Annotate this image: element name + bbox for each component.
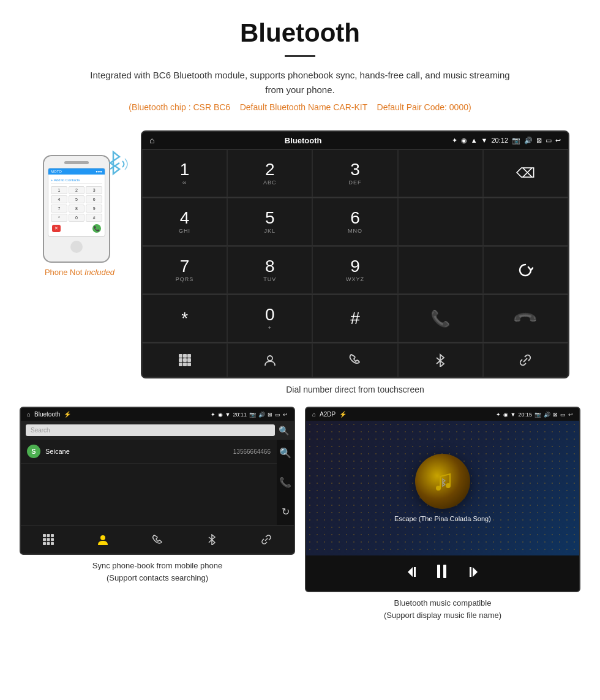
svg-rect-27 (470, 567, 471, 577)
dial-key-backspace[interactable]: ⌫ (483, 149, 568, 197)
phone-key-star[interactable]: * (51, 214, 67, 222)
dial-keypad-row2: 4 GHI 5 JKL 6 MNO (142, 197, 568, 246)
pb-empty-space (21, 464, 277, 525)
phone-key-8[interactable]: 8 (69, 205, 85, 213)
dial-status-bar: ⌂ Bluetooth ✦ ◉ ▲ ▼ 20:12 📷 🔊 ⊠ ▭ ↩ (142, 132, 568, 149)
spec-chip: Bluetooth chip : CSR BC6 (132, 102, 230, 112)
phone-key-hash[interactable]: # (86, 214, 102, 222)
phone-key-4[interactable]: 4 (51, 195, 67, 203)
pb-search-icon[interactable]: 🔍 (279, 426, 289, 435)
dial-key-call-green[interactable]: 📞 (398, 295, 483, 342)
pb-search-input[interactable]: Search (26, 424, 275, 436)
dial-key-empty-1 (398, 149, 483, 197)
svg-point-21 (446, 483, 451, 488)
dial-key-0[interactable]: 0 + (227, 295, 312, 342)
svg-rect-7 (183, 363, 187, 366)
dial-keypad-row1: 1 ∞ 2 ABC 3 DEF ⌫ (142, 149, 568, 197)
pb-search-bar: Search 🔍 (21, 421, 294, 440)
music-time: 20:15 (518, 412, 532, 418)
phone-key-1[interactable]: 1 (51, 186, 67, 194)
music-prev-button[interactable] (406, 565, 419, 582)
dial-key-7[interactable]: 7 PQRS (142, 246, 227, 294)
phone-mockup: MOTO ●●● + Add to Contacts 1 2 3 4 5 6 7… (43, 155, 116, 263)
svg-rect-17 (47, 542, 50, 545)
dial-screen-container: ⌂ Bluetooth ✦ ◉ ▲ ▼ 20:12 📷 🔊 ⊠ ▭ ↩ (141, 130, 569, 394)
phone-screen-header: MOTO ●●● (48, 168, 105, 175)
music-play-button[interactable] (434, 563, 451, 584)
dial-grid-icon[interactable] (142, 343, 227, 377)
dial-bottom-bar (142, 342, 568, 377)
phone-key-6[interactable]: 6 (86, 195, 102, 203)
spec-code: Default Pair Code: 0000 (377, 102, 468, 112)
page-title: Bluetooth (12, 18, 588, 48)
dial-key-6[interactable]: 6 MNO (312, 198, 397, 246)
music-next-button[interactable] (466, 565, 479, 582)
pb-nav-link[interactable] (239, 530, 294, 549)
pb-right-search[interactable]: 🔍 (279, 443, 291, 462)
pb-status-right: ✦ ◉ ▼ 20:11 📷 🔊 ⊠ ▭ ↩ (211, 412, 288, 418)
pb-right-refresh[interactable]: ↻ (279, 502, 291, 521)
dial-key-3[interactable]: 3 DEF (312, 149, 397, 197)
phone-key-0[interactable]: 0 (69, 214, 85, 222)
svg-rect-16 (43, 542, 46, 545)
wifi-icon: ▼ (481, 137, 488, 144)
dial-key-8[interactable]: 8 TUV (227, 246, 312, 294)
dial-bluetooth-icon[interactable] (398, 343, 483, 377)
phone-keypad: 1 2 3 4 5 6 7 8 9 * 0 # (51, 186, 102, 222)
dial-key-star[interactable]: * (142, 295, 227, 342)
dial-status-left: ⌂ (149, 135, 154, 145)
dial-key-hash[interactable]: # (312, 295, 397, 342)
pb-home-icon: ⌂ (27, 411, 31, 418)
title-divider (285, 55, 315, 57)
svg-marker-22 (408, 567, 413, 577)
pb-right-call[interactable]: 📞 (279, 473, 291, 492)
bluetooth-status-icon: ✦ (452, 137, 457, 145)
pb-right-icons: 🔍 📞 ↻ (277, 440, 294, 525)
home-icon: ⌂ (149, 135, 154, 145)
pb-nav-grid[interactable] (21, 530, 75, 549)
svg-rect-15 (51, 538, 54, 541)
music-title-label: A2DP (320, 411, 336, 418)
pb-search-placeholder: Search (31, 427, 50, 434)
location-icon: ◉ (461, 137, 467, 145)
music-back: ↩ (568, 412, 573, 418)
phone-key-7[interactable]: 7 (51, 205, 67, 213)
dial-key-9[interactable]: 9 WXYZ (312, 246, 397, 294)
music-usb-icon: ⚡ (339, 411, 347, 418)
pb-contact-row: S Seicane 13566664466 (21, 440, 277, 464)
phonebook-screenshot-box: ⌂ Bluetooth ⚡ ✦ ◉ ▼ 20:11 📷 🔊 ⊠ ▭ ↩ (20, 407, 295, 621)
dial-key-4[interactable]: 4 GHI (142, 198, 227, 246)
phone-key-5[interactable]: 5 (69, 195, 85, 203)
svg-rect-5 (187, 358, 191, 362)
dial-keypad-row3: 7 PQRS 8 TUV 9 WXYZ (142, 246, 568, 294)
phone-container: MOTO ●●● + Add to Contacts 1 2 3 4 5 6 7… (31, 130, 129, 277)
dial-key-1[interactable]: 1 ∞ (142, 149, 227, 197)
phone-key-9[interactable]: 9 (86, 205, 102, 213)
signal-icon: ▲ (471, 137, 478, 144)
dial-screen: ⌂ Bluetooth ✦ ◉ ▲ ▼ 20:12 📷 🔊 ⊠ ▭ ↩ (141, 130, 569, 378)
phone-key-2[interactable]: 2 (69, 186, 85, 194)
dial-key-5[interactable]: 5 JKL (227, 198, 312, 246)
dial-key-empty-4 (398, 246, 483, 294)
pb-nav-contacts[interactable] (75, 530, 130, 549)
fullscreen-icon: ▭ (546, 137, 552, 145)
music-caption: Bluetooth music compatible (Support disp… (305, 597, 580, 621)
svg-marker-26 (473, 567, 478, 577)
svg-rect-6 (179, 363, 182, 366)
back-icon: ↩ (555, 137, 561, 145)
phone-screen: MOTO ●●● + Add to Contacts 1 2 3 4 5 6 7… (48, 168, 105, 237)
pb-nav-bluetooth[interactable] (185, 530, 239, 549)
dial-link-icon[interactable] (483, 343, 568, 377)
dial-key-2[interactable]: 2 ABC (227, 149, 312, 197)
pb-nav-phone[interactable] (130, 530, 184, 549)
music-camera: 📷 (534, 412, 541, 418)
dial-key-call-red[interactable]: 📞 (483, 295, 568, 342)
dial-key-refresh[interactable] (483, 246, 568, 294)
camera-icon: 📷 (512, 137, 520, 145)
svg-rect-14 (47, 538, 50, 541)
phone-home-button[interactable] (70, 241, 83, 253)
dial-contacts-icon[interactable] (227, 343, 312, 377)
phone-key-3[interactable]: 3 (86, 186, 102, 194)
dial-phone-icon[interactable] (312, 343, 397, 377)
music-status-bar: ⌂ A2DP ⚡ ✦ ◉ ▼ 20:15 📷 🔊 ⊠ ▭ ↩ (306, 408, 579, 421)
